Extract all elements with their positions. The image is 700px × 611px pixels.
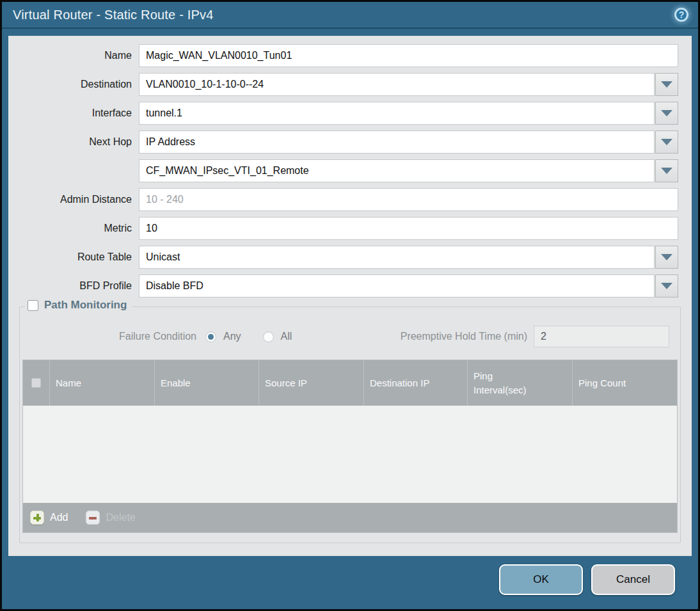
failure-condition-all-radio[interactable] [263, 331, 274, 342]
next-hop-field-wrap [139, 131, 678, 154]
interface-input[interactable] [139, 102, 655, 125]
page-title: Virtual Router - Static Route - IPv4 [13, 8, 214, 22]
admin-distance-field-wrap [139, 188, 678, 211]
failure-condition-any-radio[interactable] [205, 331, 216, 342]
plus-icon [30, 511, 44, 525]
name-label: Name [8, 50, 132, 61]
route-table-input[interactable] [139, 246, 655, 269]
chevron-down-icon [661, 283, 672, 289]
admin-distance-input[interactable] [139, 188, 678, 211]
column-label-ping-interval: Ping Interval(sec) [473, 369, 537, 397]
form-row-destination: Destination [8, 73, 678, 96]
metric-input[interactable] [139, 217, 678, 240]
delete-button: Delete [86, 511, 135, 525]
path-monitoring-legend: Path Monitoring [25, 299, 132, 312]
preemptive-hold-time-label: Preemptive Hold Time (min) [401, 331, 527, 342]
minus-icon [86, 511, 100, 525]
chevron-down-icon [661, 254, 672, 260]
form-row-interface: Interface [8, 102, 678, 125]
interface-dropdown-button[interactable] [655, 102, 678, 125]
bfd-profile-dropdown-button[interactable] [655, 274, 678, 298]
table-header-row: Name Enable Source IP Destination IP Pin… [23, 360, 677, 406]
column-label-ping-count: Ping Count [578, 377, 626, 388]
chevron-down-icon [661, 81, 672, 88]
table-header-ping-interval[interactable]: Ping Interval(sec) [468, 360, 573, 406]
next-hop-address-input[interactable] [139, 159, 655, 182]
chevron-down-icon [661, 139, 672, 145]
table-header-name[interactable]: Name [50, 360, 155, 406]
name-input[interactable] [139, 44, 678, 67]
form-row-name: Name [8, 44, 678, 67]
dialog-window: Virtual Router - Static Route - IPv4 ? N… [2, 2, 698, 609]
destination-label: Destination [8, 79, 132, 90]
destination-field-wrap [139, 73, 678, 96]
table-header-select-all [23, 360, 50, 406]
table-header-source-ip[interactable]: Source IP [259, 360, 364, 406]
title-bar: Virtual Router - Static Route - IPv4 ? [2, 2, 698, 29]
path-monitoring-title: Path Monitoring [44, 299, 127, 312]
form-row-metric: Metric [8, 217, 678, 240]
next-hop-type-input[interactable] [139, 131, 655, 154]
form-row-next-hop-address [8, 159, 678, 182]
add-button-label: Add [50, 512, 68, 523]
table-toolbar: Add Delete [23, 503, 677, 532]
route-table-field-wrap [139, 246, 678, 269]
interface-label: Interface [8, 107, 132, 119]
next-hop-address-field-wrap [139, 159, 678, 182]
route-table-dropdown-button[interactable] [655, 246, 678, 269]
column-label-name: Name [56, 377, 81, 388]
column-label-source-ip: Source IP [265, 377, 307, 388]
form-row-next-hop: Next Hop [8, 131, 678, 154]
admin-distance-label: Admin Distance [8, 194, 132, 205]
next-hop-label: Next Hop [8, 136, 132, 148]
path-monitoring-section: Path Monitoring Failure Condition Any Al… [19, 306, 681, 543]
form-row-bfd-profile: BFD Profile [8, 274, 678, 298]
column-label-enable: Enable [161, 377, 191, 388]
table-body-empty [23, 406, 677, 503]
column-label-destination-ip: Destination IP [370, 377, 429, 388]
ok-button[interactable]: OK [499, 564, 583, 595]
path-monitoring-checkbox[interactable] [28, 300, 38, 311]
preemptive-hold-time-input [534, 326, 669, 347]
destination-dropdown-button[interactable] [655, 73, 678, 96]
bfd-profile-field-wrap [139, 274, 678, 298]
interface-field-wrap [139, 102, 678, 125]
failure-condition-label: Failure Condition [22, 331, 196, 342]
failure-condition-any-label: Any [223, 331, 241, 342]
delete-button-label: Delete [106, 512, 135, 523]
cancel-button[interactable]: Cancel [591, 564, 675, 595]
help-icon[interactable]: ? [674, 8, 688, 22]
add-button[interactable]: Add [30, 511, 68, 525]
dialog-body: Name Destination Interface Next Hop [8, 36, 692, 556]
table-header-ping-count[interactable]: Ping Count [573, 360, 677, 406]
next-hop-address-dropdown-button[interactable] [655, 159, 678, 182]
dialog-footer: OK Cancel [4, 552, 696, 607]
bfd-profile-label: BFD Profile [8, 280, 132, 292]
failure-condition-row: Failure Condition Any All Preemptive Hol… [22, 325, 678, 348]
chevron-down-icon [661, 168, 672, 174]
path-monitoring-table: Name Enable Source IP Destination IP Pin… [22, 360, 678, 533]
preemptive-hold-time-group: Preemptive Hold Time (min) [401, 326, 678, 347]
route-table-label: Route Table [8, 251, 132, 263]
next-hop-dropdown-button[interactable] [655, 131, 678, 154]
destination-input[interactable] [139, 73, 655, 96]
bfd-profile-input[interactable] [139, 274, 655, 298]
metric-label: Metric [8, 223, 132, 234]
table-header-enable[interactable]: Enable [155, 360, 259, 406]
chevron-down-icon [661, 110, 672, 116]
metric-field-wrap [139, 217, 678, 240]
form-row-admin-distance: Admin Distance [8, 188, 678, 211]
form-row-route-table: Route Table [8, 246, 678, 269]
failure-condition-all-label: All [281, 331, 292, 342]
name-field-wrap [139, 44, 678, 67]
table-header-destination-ip[interactable]: Destination IP [364, 360, 468, 406]
select-all-checkbox[interactable] [31, 378, 41, 388]
